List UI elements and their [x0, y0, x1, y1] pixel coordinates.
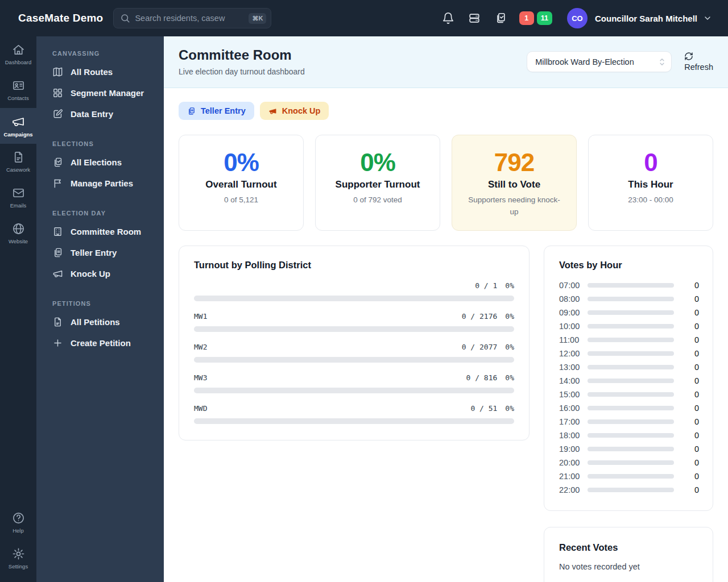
sidebar-item-create-petition[interactable]: Create Petition: [36, 332, 164, 354]
document-icon: [52, 317, 63, 327]
sidebar-item-manage-parties[interactable]: Manage Parties: [36, 173, 164, 194]
hour-bar: [588, 379, 674, 383]
teller-entry-button[interactable]: Teller Entry: [179, 102, 254, 120]
edit-pencil-icon: [52, 109, 63, 119]
rail-item-campaigns[interactable]: Campaigns: [0, 108, 36, 144]
user-menu-chevron-down-icon[interactable]: [703, 14, 712, 23]
stat-label: Supporter Turnout: [322, 179, 433, 190]
district-progress-bar: [194, 388, 514, 393]
district-progress-bar: [194, 418, 514, 424]
knock-up-button[interactable]: Knock Up: [260, 102, 329, 120]
hour-count: 0: [682, 294, 699, 304]
search-box[interactable]: ⌘K: [113, 8, 271, 28]
district-count: 0 / 1: [475, 281, 497, 290]
clipboard-check-icon: [52, 157, 63, 168]
hour-bar: [588, 460, 674, 465]
hour-row: 12:00 0: [559, 347, 699, 360]
hour-count: 0: [682, 404, 699, 413]
clipboard-icon: [187, 107, 196, 115]
search-shortcut-kbd: ⌘K: [249, 13, 266, 24]
sidebar-item-all-routes[interactable]: All Routes: [36, 61, 164, 82]
clipboard-icon: [52, 247, 63, 258]
hour-label: 12:00: [559, 349, 588, 358]
rail-item-website[interactable]: Website: [0, 215, 36, 251]
hour-count: 0: [682, 335, 699, 344]
district-count: 0 / 816: [466, 373, 498, 382]
server-icon[interactable]: [468, 12, 481, 24]
success-count-badge[interactable]: 11: [537, 11, 552, 25]
building-icon: [52, 226, 63, 237]
avatar[interactable]: CO: [567, 8, 588, 28]
tasks-clipboard-icon[interactable]: [494, 12, 507, 24]
district-pct: 0%: [505, 343, 514, 351]
hour-bar: [588, 283, 674, 288]
hour-count: 0: [682, 390, 699, 399]
stat-value: 0: [595, 149, 706, 176]
hour-count: 0: [682, 417, 699, 426]
district-label: MW1: [194, 312, 207, 321]
help-icon: [12, 512, 25, 525]
refresh-button[interactable]: Refresh: [684, 52, 713, 72]
plus-icon: [52, 338, 63, 348]
panel-title: Recent Votes: [559, 542, 698, 553]
recent-votes-panel: Recent Votes No votes recorded yet: [544, 527, 713, 582]
hour-count: 0: [682, 485, 699, 494]
search-icon: [120, 13, 130, 23]
district-pct: 0%: [505, 404, 514, 413]
sidebar-item-data-entry[interactable]: Data Entry: [36, 103, 164, 124]
hour-label: 13:00: [559, 363, 588, 372]
hour-count: 0: [682, 472, 699, 481]
search-input[interactable]: [135, 14, 244, 23]
envelope-icon: [12, 186, 25, 199]
sidebar-item-committee-room[interactable]: Committee Room: [36, 221, 164, 242]
sidebar-item-all-petitions[interactable]: All Petitions: [36, 311, 164, 332]
topbar: CaseMate Demo ⌘K 1 11 CO Councillor Sara…: [0, 0, 728, 36]
stat-sub: 0 of 5,121: [193, 194, 289, 206]
rail-item-emails[interactable]: Emails: [0, 180, 36, 215]
rail-item-help[interactable]: Help: [0, 505, 36, 541]
hour-row: 17:00 0: [559, 415, 699, 429]
stat-label: Still to Vote: [459, 179, 569, 190]
hour-label: 15:00: [559, 390, 588, 399]
sidebar-item-all-elections[interactable]: All Elections: [36, 152, 164, 173]
hour-row: 18:00 0: [559, 429, 699, 442]
sidebar-section-canvassing: CANVASSING: [36, 43, 164, 61]
hour-bar: [588, 324, 674, 329]
page-subtitle: Live election day turnout dashboard: [179, 67, 305, 76]
user-name: Councillor Sarah Mitchell: [595, 14, 697, 23]
hour-count: 0: [682, 322, 699, 331]
hour-label: 19:00: [559, 444, 588, 454]
rail-item-contacts[interactable]: Contacts: [0, 72, 36, 108]
app-title: CaseMate Demo: [18, 12, 103, 24]
stat-value: 792: [459, 149, 569, 176]
hour-row: 19:00 0: [559, 442, 699, 456]
stat-value: 0%: [322, 149, 433, 176]
rail-item-dashboard[interactable]: Dashboard: [0, 36, 36, 72]
hour-bar: [588, 447, 674, 451]
notifications-bell-icon[interactable]: [442, 12, 454, 24]
sidebar-item-segment-manager[interactable]: Segment Manager: [36, 82, 164, 103]
hour-bar: [588, 392, 674, 397]
hour-count: 0: [682, 376, 699, 385]
district-count: 0 / 51: [470, 404, 497, 413]
hour-label: 14:00: [559, 376, 588, 385]
rail-item-casework[interactable]: Casework: [0, 144, 36, 180]
stat-label: Overall Turnout: [186, 179, 296, 190]
sidebar-item-teller-entry[interactable]: Teller Entry: [36, 242, 164, 263]
contacts-card-icon: [12, 79, 25, 92]
rail-item-settings[interactable]: Settings: [0, 541, 36, 576]
hour-label: 21:00: [559, 472, 588, 481]
hour-count: 0: [682, 308, 699, 317]
sidebar: CANVASSING All Routes Segment Manager Da…: [36, 36, 164, 582]
hour-bar: [588, 310, 674, 315]
hour-row: 08:00 0: [559, 292, 699, 306]
district-progress-bar: [194, 357, 514, 363]
map-icon: [52, 66, 63, 77]
sidebar-item-knock-up[interactable]: Knock Up: [36, 263, 164, 284]
stat-sub: Supporters needing knock-up: [466, 194, 562, 218]
alert-count-badge[interactable]: 1: [519, 11, 534, 25]
panel-title: Votes by Hour: [559, 260, 699, 271]
district-progress-bar: [194, 296, 514, 301]
panel-title: Turnout by Polling District: [194, 260, 514, 271]
election-select[interactable]: Millbrook Ward By-Election: [527, 51, 672, 72]
